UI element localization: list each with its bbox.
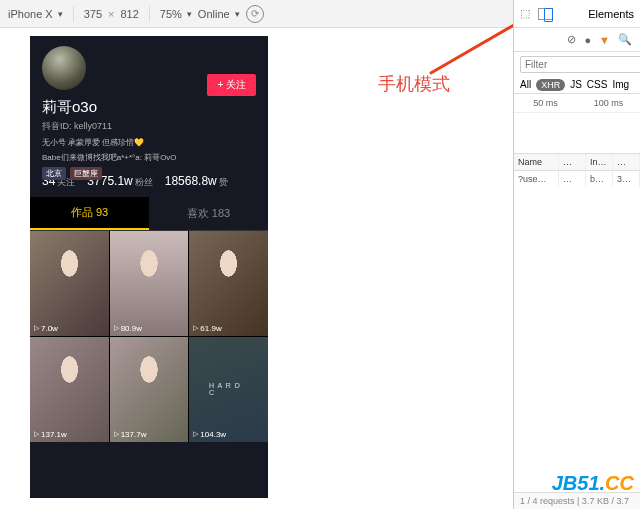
network-table: Name … In… … ?use… … b… 3… bbox=[514, 153, 640, 187]
filter-css[interactable]: CSS bbox=[587, 79, 608, 91]
follow-button[interactable]: + 关注 bbox=[207, 74, 256, 96]
video-grid: 7.0w 80.9w 61.9w 137.1w 137.7w H A R D C… bbox=[30, 231, 268, 442]
view-count: 137.7w bbox=[114, 430, 147, 439]
tab-works[interactable]: 作品 93 bbox=[30, 197, 149, 230]
req-name: ?use… bbox=[514, 171, 559, 187]
filter-img[interactable]: Img bbox=[612, 79, 629, 91]
filter-input[interactable] bbox=[520, 56, 640, 73]
wf-tick-2: 100 ms bbox=[577, 98, 640, 108]
mobile-preview: + 关注 莉哥o3o 抖音ID: kelly0711 无小号 承蒙厚爱 但感珍惜… bbox=[30, 36, 268, 498]
view-count: 80.9w bbox=[114, 324, 142, 333]
col-initiator[interactable]: In… bbox=[586, 154, 613, 170]
location-tag: 北京 bbox=[42, 167, 66, 180]
view-count: 7.0w bbox=[34, 324, 58, 333]
elements-tab[interactable]: Elements bbox=[588, 8, 634, 20]
video-thumb[interactable]: 137.7w bbox=[110, 337, 189, 442]
col-status[interactable]: … bbox=[559, 154, 586, 170]
dim-x: × bbox=[108, 8, 114, 20]
tab-likes[interactable]: 喜欢 183 bbox=[149, 197, 268, 230]
view-count: 104.3w bbox=[193, 430, 226, 439]
viewport-height[interactable]: 812 bbox=[120, 8, 138, 20]
zodiac-tag: 巨蟹座 bbox=[70, 167, 102, 180]
req-status: … bbox=[559, 171, 586, 187]
video-thumb[interactable]: 61.9w bbox=[189, 231, 268, 336]
req-size: 3… bbox=[613, 171, 640, 187]
view-count: 137.1w bbox=[34, 430, 67, 439]
filter-icon[interactable]: ▼ bbox=[599, 34, 610, 46]
block-icon[interactable]: ⊘ bbox=[567, 33, 576, 46]
username: 莉哥o3o bbox=[42, 98, 256, 117]
profile-header: + 关注 莉哥o3o 抖音ID: kelly0711 无小号 承蒙厚爱 但感珍惜… bbox=[30, 36, 268, 166]
avatar[interactable] bbox=[42, 46, 86, 90]
wf-tick-1: 50 ms bbox=[514, 98, 577, 108]
waterfall-header: 50 ms 100 ms bbox=[514, 93, 640, 113]
video-thumb[interactable]: 80.9w bbox=[110, 231, 189, 336]
col-size[interactable]: … bbox=[613, 154, 640, 170]
viewport-width[interactable]: 375 bbox=[84, 8, 102, 20]
filter-js[interactable]: JS bbox=[570, 79, 582, 91]
wm-a: JB51. bbox=[552, 472, 605, 494]
bio-line-1: 无小号 承蒙厚爱 但感珍惜💛 bbox=[42, 137, 256, 148]
record-icon[interactable]: ● bbox=[584, 34, 591, 46]
watermark: JB51.CC bbox=[552, 472, 634, 495]
filter-xhr[interactable]: XHR bbox=[536, 79, 565, 91]
req-init: b… bbox=[586, 171, 613, 187]
video-thumb[interactable]: 137.1w bbox=[30, 337, 109, 442]
filter-type-row: All XHR JS CSS Img bbox=[514, 77, 640, 93]
filter-all[interactable]: All bbox=[520, 79, 531, 91]
overlay-text: H A R D C bbox=[209, 382, 248, 396]
user-id: 抖音ID: kelly0711 bbox=[42, 120, 256, 133]
view-count: 61.9w bbox=[193, 324, 221, 333]
bio-line-2: Babe们来微博找我吧a*+*°a: 莉哥OvO bbox=[42, 152, 256, 163]
wm-b: CC bbox=[605, 472, 634, 494]
table-row[interactable]: ?use… … b… 3… bbox=[514, 171, 640, 187]
zoom-select[interactable]: 75% bbox=[160, 8, 192, 20]
devtools-panel: ⬚ Elements ⊘ ● ▼ 🔍 All XHR JS CSS Img 50… bbox=[513, 0, 640, 509]
network-select[interactable]: Online bbox=[198, 8, 240, 20]
col-name[interactable]: Name bbox=[514, 154, 559, 170]
inspect-icon[interactable]: ⬚ bbox=[520, 7, 530, 20]
video-thumb[interactable]: H A R D C104.3w bbox=[189, 337, 268, 442]
video-thumb[interactable]: 7.0w bbox=[30, 231, 109, 336]
search-icon[interactable]: 🔍 bbox=[618, 33, 632, 46]
rotate-icon[interactable]: ⟳ bbox=[246, 5, 264, 23]
device-mode-icon[interactable] bbox=[538, 8, 553, 20]
profile-tabs: 作品 93 喜欢 183 bbox=[30, 197, 268, 231]
device-select[interactable]: iPhone X bbox=[8, 8, 63, 20]
